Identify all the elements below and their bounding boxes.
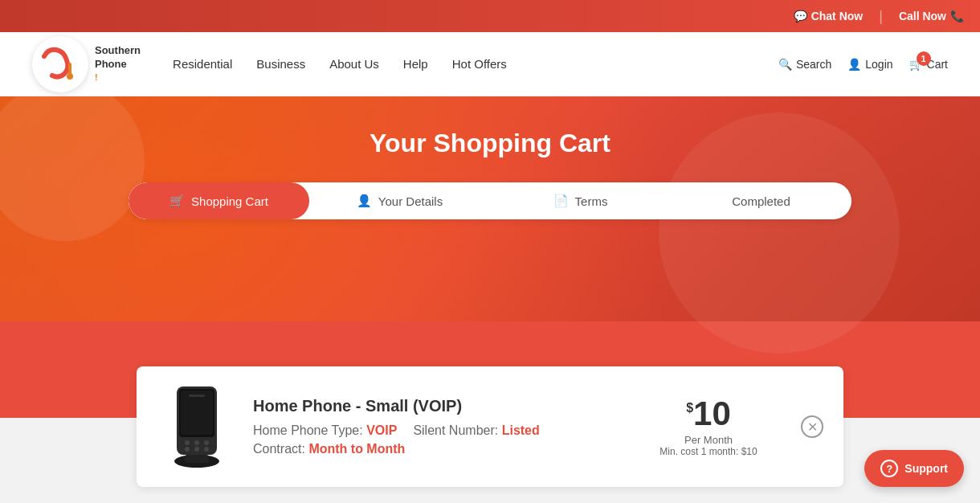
price-amount: 10 xyxy=(693,397,731,431)
support-label: Support xyxy=(904,462,948,475)
price-min-cost: Min. cost 1 month: $10 xyxy=(644,446,773,457)
phone-image-svg xyxy=(165,382,229,471)
divider: | xyxy=(879,8,883,25)
login-label: Login xyxy=(865,58,892,71)
logo-line2: Phone xyxy=(95,58,141,72)
type-label: Home Phone Type: xyxy=(253,423,363,437)
chat-label: Chat Now xyxy=(811,10,864,22)
product-name: Home Phone - Small (VOIP) xyxy=(253,397,628,415)
main-nav: Residential Business About Us Help Hot O… xyxy=(173,57,778,71)
cart-step-icon: 🛒 xyxy=(169,194,185,208)
terms-step-icon: 📄 xyxy=(553,194,569,208)
cart-action[interactable]: 🛒 1 Cart xyxy=(909,58,948,71)
support-icon: ? xyxy=(880,460,898,477)
svg-point-8 xyxy=(204,440,209,445)
login-action[interactable]: 👤 Login xyxy=(847,58,892,71)
svg-point-6 xyxy=(185,440,190,445)
step-label-terms: Terms xyxy=(575,194,608,208)
header-actions: 🔍 Search 👤 Login 🛒 1 Cart xyxy=(778,58,948,71)
top-bar-links: 💬 Chat Now | Call Now 📞 xyxy=(794,8,964,25)
silent-value: Listed xyxy=(502,423,540,437)
logo-line1: Southern xyxy=(95,44,141,58)
cart-badge: 1 xyxy=(917,51,931,66)
hero-section: Your Shopping Cart 🛒 Shopping Cart 👤 You… xyxy=(0,96,980,321)
nav-about[interactable]: About Us xyxy=(329,57,379,71)
svg-point-9 xyxy=(185,447,190,452)
remove-icon: ✕ xyxy=(807,419,818,435)
product-type: Home Phone Type: VOIP xyxy=(253,423,397,438)
nav-hot-offers[interactable]: Hot Offers xyxy=(452,57,507,71)
step-completed[interactable]: Completed xyxy=(671,182,851,219)
step-label-details: Your Details xyxy=(378,194,443,208)
svg-point-10 xyxy=(194,447,199,452)
call-now-link[interactable]: Call Now 📞 xyxy=(899,10,964,22)
svg-point-7 xyxy=(194,440,199,445)
steps-bar: 🛒 Shopping Cart 👤 Your Details 📄 Terms C… xyxy=(129,182,851,219)
search-action[interactable]: 🔍 Search xyxy=(778,58,831,71)
product-price-section: $ 10 Per Month Min. cost 1 month: $10 xyxy=(644,397,773,457)
svg-rect-5 xyxy=(181,391,213,435)
search-icon: 🔍 xyxy=(778,58,792,71)
product-card: Home Phone - Small (VOIP) Home Phone Typ… xyxy=(137,366,843,487)
svg-rect-14 xyxy=(189,395,205,397)
support-button[interactable]: ? Support xyxy=(864,450,964,487)
contract-label: Contract: xyxy=(253,442,305,456)
nav-residential[interactable]: Residential xyxy=(173,57,232,71)
step-label-cart: Shopping Cart xyxy=(191,194,268,208)
search-label: Search xyxy=(796,58,831,71)
top-bar: 💬 Chat Now | Call Now 📞 xyxy=(0,0,980,32)
price-display: $ 10 xyxy=(644,397,773,431)
step-shopping-cart[interactable]: 🛒 Shopping Cart xyxy=(129,182,309,219)
product-contract: Contract: Month to Month xyxy=(253,442,628,456)
phone-icon: 📞 xyxy=(950,10,964,22)
chat-icon: 💬 xyxy=(794,10,807,22)
details-step-icon: 👤 xyxy=(357,194,372,208)
price-period: Per Month xyxy=(644,434,773,446)
product-image xyxy=(157,382,237,471)
svg-rect-13 xyxy=(185,455,209,463)
svg-point-11 xyxy=(204,447,209,452)
product-details: Home Phone - Small (VOIP) Home Phone Typ… xyxy=(253,397,628,456)
remove-product-button[interactable]: ✕ xyxy=(801,415,823,438)
silent-label: Silent Number: xyxy=(413,423,498,437)
nav-business[interactable]: Business xyxy=(256,57,305,71)
page-title: Your Shopping Cart xyxy=(16,129,964,158)
step-your-details[interactable]: 👤 Your Details xyxy=(309,182,490,219)
order-section-inner: Your order xyxy=(0,321,980,503)
step-label-completed: Completed xyxy=(732,194,790,208)
order-section-bg: Your order xyxy=(0,321,980,503)
product-meta-row-1: Home Phone Type: VOIP Silent Number: Lis… xyxy=(253,423,628,438)
price-currency: $ xyxy=(686,401,693,415)
step-terms[interactable]: 📄 Terms xyxy=(490,182,671,219)
user-icon: 👤 xyxy=(847,58,861,71)
type-value: VOIP xyxy=(366,423,397,437)
call-label: Call Now xyxy=(899,10,946,22)
chat-now-link[interactable]: 💬 Chat Now xyxy=(794,10,864,22)
contract-value: Month to Month xyxy=(308,442,405,456)
header: Southern Phone ! Residential Business Ab… xyxy=(0,32,980,96)
product-silent: Silent Number: Listed xyxy=(413,423,539,438)
nav-help[interactable]: Help xyxy=(403,57,428,71)
